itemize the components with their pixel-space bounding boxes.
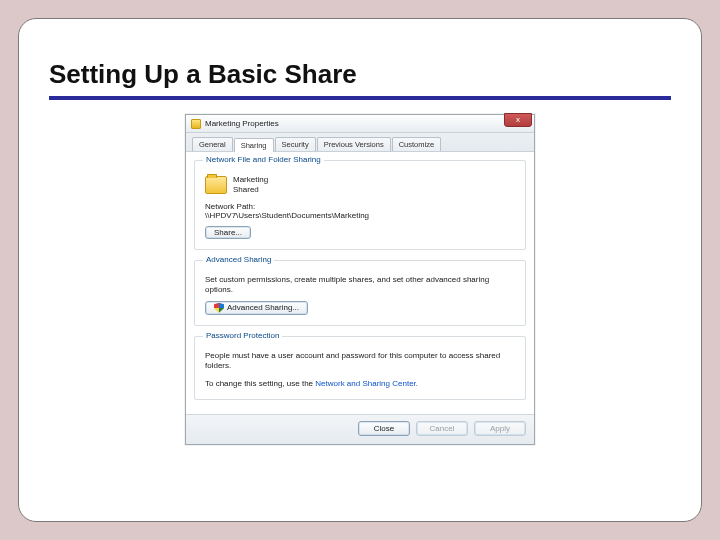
properties-dialog: Marketing Properties x General Sharing S… bbox=[185, 114, 535, 445]
dialog-titlebar: Marketing Properties x bbox=[186, 115, 534, 133]
shield-icon bbox=[214, 303, 224, 313]
close-button[interactable]: x bbox=[504, 113, 532, 127]
apply-button[interactable]: Apply bbox=[474, 421, 526, 436]
tabstrip: General Sharing Security Previous Versio… bbox=[186, 133, 534, 152]
group-network-file-sharing: Network File and Folder Sharing Marketin… bbox=[194, 160, 526, 250]
dialog-title: Marketing Properties bbox=[205, 119, 279, 128]
advanced-sharing-label: Advanced Sharing... bbox=[227, 303, 299, 312]
password-desc: People must have a user account and pass… bbox=[205, 351, 515, 371]
advanced-sharing-button[interactable]: Advanced Sharing... bbox=[205, 301, 308, 315]
page-title: Setting Up a Basic Share bbox=[49, 59, 671, 90]
tab-customize[interactable]: Customize bbox=[392, 137, 441, 151]
tab-security[interactable]: Security bbox=[275, 137, 316, 151]
network-path-label: Network Path: bbox=[205, 202, 515, 211]
tab-general[interactable]: General bbox=[192, 137, 233, 151]
change-prefix: To change this setting, use the bbox=[205, 379, 315, 388]
folder-meta: Marketing Shared bbox=[233, 175, 268, 196]
tab-sharing[interactable]: Sharing bbox=[234, 138, 274, 152]
folder-icon bbox=[191, 119, 201, 129]
network-sharing-center-link[interactable]: Network and Sharing Center bbox=[315, 379, 416, 388]
change-suffix: . bbox=[416, 379, 418, 388]
dialog-button-row: Close Cancel Apply bbox=[186, 414, 534, 444]
tab-previous-versions[interactable]: Previous Versions bbox=[317, 137, 391, 151]
group-title-password: Password Protection bbox=[203, 331, 282, 340]
group-password-protection: Password Protection People must have a u… bbox=[194, 336, 526, 400]
title-underline bbox=[49, 96, 671, 100]
group-title-nfs: Network File and Folder Sharing bbox=[203, 155, 324, 164]
group-title-advanced: Advanced Sharing bbox=[203, 255, 274, 264]
share-button[interactable]: Share... bbox=[205, 226, 251, 239]
cancel-button[interactable]: Cancel bbox=[416, 421, 468, 436]
group-advanced-sharing: Advanced Sharing Set custom permissions,… bbox=[194, 260, 526, 326]
network-path-value: \\HPDV7\Users\Student\Documents\Marketin… bbox=[205, 211, 515, 220]
advanced-desc: Set custom permissions, create multiple … bbox=[205, 275, 515, 295]
sharing-sheet: Network File and Folder Sharing Marketin… bbox=[186, 152, 534, 414]
share-state: Shared bbox=[233, 185, 268, 195]
password-change-text: To change this setting, use the Network … bbox=[205, 379, 515, 389]
folder-name: Marketing bbox=[233, 175, 268, 185]
folder-icon bbox=[205, 176, 227, 194]
close-button[interactable]: Close bbox=[358, 421, 410, 436]
